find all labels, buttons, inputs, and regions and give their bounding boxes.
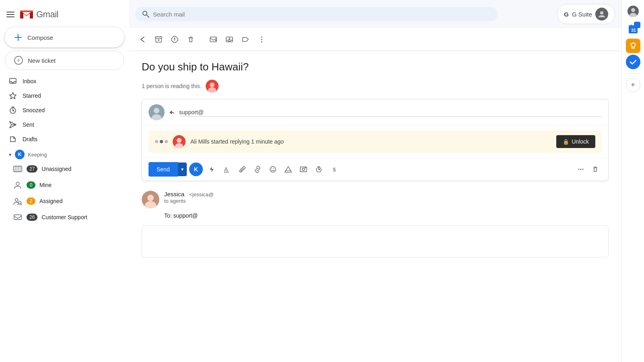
label-button[interactable]: [238, 32, 253, 47]
dollar-button[interactable]: $: [328, 163, 341, 176]
lock-icon: 🔒: [563, 139, 569, 145]
sidebar-item-inbox[interactable]: Inbox: [0, 74, 122, 88]
archive-button[interactable]: [151, 32, 166, 47]
search-input[interactable]: [153, 11, 491, 18]
sidebar-item-drafts[interactable]: Drafts: [0, 132, 122, 146]
keeping-section-header[interactable]: ▾ K Keeping: [0, 146, 129, 161]
dot-2: [160, 140, 163, 143]
svg-point-28: [261, 39, 262, 40]
svg-point-53: [578, 169, 580, 170]
topbar: G G Suite: [129, 0, 621, 28]
reply-to-input[interactable]: [179, 108, 602, 117]
send-button[interactable]: Send: [149, 162, 178, 177]
more-actions-button[interactable]: [254, 32, 269, 47]
svg-point-67: [631, 43, 635, 47]
customer-support-badge: 26: [27, 214, 37, 221]
timer-button[interactable]: [312, 163, 325, 176]
email-subject: Do you ship to Hawaii?: [142, 61, 609, 73]
svg-line-16: [147, 15, 149, 17]
dot-3: [165, 140, 168, 143]
checkmark-icon[interactable]: [626, 55, 640, 69]
sender-name: Jessica: [164, 191, 184, 197]
reading-text: 1 person is reading this.: [142, 83, 202, 89]
sidebar-item-customer-support[interactable]: 26 Customer Support: [0, 209, 129, 225]
sidebar-item-mine[interactable]: 0 Mine: [0, 177, 129, 193]
unlock-button[interactable]: 🔒 Unlock: [556, 135, 595, 148]
unassigned-badge: 27: [27, 165, 37, 173]
svg-point-34: [154, 108, 159, 113]
search-icon: [142, 10, 150, 18]
send-caret-button[interactable]: ▾: [178, 162, 187, 176]
unlock-text: Ali Mills started replying 1 minute ago: [190, 138, 551, 145]
right-sidebar: 31 +: [621, 0, 644, 362]
discard-button[interactable]: [589, 163, 602, 176]
compose-right-actions: [574, 163, 602, 176]
send-button-group: Send ▾: [149, 162, 187, 177]
sidebar-item-sent[interactable]: Sent: [0, 117, 122, 132]
svg-point-55: [582, 169, 584, 170]
svg-point-44: [273, 169, 274, 169]
drafts-label: Drafts: [23, 136, 115, 142]
back-button[interactable]: [135, 32, 150, 47]
reply-icon: [169, 109, 176, 116]
sidebar-item-starred[interactable]: Starred: [0, 88, 122, 103]
gmail-text-label: Gmail: [36, 9, 58, 20]
format-button[interactable]: A: [221, 163, 233, 176]
attach-button[interactable]: [236, 163, 249, 176]
message-header[interactable]: Jessica <jessica@ to agents: [142, 191, 609, 208]
email-content: Do you ship to Hawaii? 1 person is readi…: [129, 51, 621, 362]
bulb-icon[interactable]: [626, 39, 640, 53]
sent-label: Sent: [23, 121, 115, 128]
svg-marker-2: [10, 93, 16, 99]
typer-avatar: [173, 135, 186, 148]
svg-point-37: [177, 138, 182, 143]
keeping-send-button[interactable]: K: [189, 162, 203, 176]
dot-1: [155, 140, 158, 143]
drive-button[interactable]: [282, 163, 295, 176]
spam-button[interactable]: [167, 32, 182, 47]
hamburger-menu[interactable]: [6, 12, 14, 17]
compose-toolbar: Send ▾ K A: [142, 158, 608, 181]
unlock-banner: Ali Mills started replying 1 minute ago …: [149, 130, 602, 153]
message-container: Jessica <jessica@ to agents To: support@: [142, 191, 609, 219]
message-body: To: support@: [142, 212, 609, 219]
new-ticket-button[interactable]: + New ticket: [5, 51, 124, 70]
svg-rect-1: [10, 78, 16, 83]
keeping-label: Keeping: [28, 152, 47, 158]
svg-point-27: [261, 37, 262, 38]
svg-point-49: [302, 168, 305, 171]
calendar-icon[interactable]: 31: [625, 21, 641, 37]
photo-button[interactable]: [297, 163, 310, 176]
reply-container: Ali Mills started replying 1 minute ago …: [142, 99, 609, 181]
user-avatar: [595, 8, 608, 21]
more-compose-options[interactable]: [574, 163, 587, 176]
assigned-badge: 2: [27, 197, 35, 205]
move-to-inbox-button[interactable]: [222, 32, 237, 47]
delete-button[interactable]: [184, 32, 198, 47]
gmail-logo: Gmail: [19, 9, 58, 20]
gsuite-button[interactable]: G G Suite: [557, 4, 615, 24]
compose-plus-icon: [14, 33, 23, 42]
drafts-icon: [9, 135, 17, 143]
svg-rect-14: [14, 215, 21, 220]
mark-unread-button[interactable]: [206, 32, 221, 47]
right-avatar-icon[interactable]: [625, 3, 641, 19]
customer-support-label: Customer Support: [41, 214, 87, 220]
right-sidebar-divider: [627, 73, 640, 74]
flash-button[interactable]: [205, 163, 218, 176]
sidebar-item-unassigned[interactable]: 27 Unassigned: [0, 161, 129, 177]
reply-to-area: [169, 108, 602, 117]
new-ticket-label: New ticket: [28, 57, 56, 64]
gsuite-label: G Suite: [572, 11, 592, 18]
sidebar-item-snoozed[interactable]: Snoozed: [0, 103, 122, 117]
compose-label: Compose: [27, 34, 53, 41]
add-plugin-button[interactable]: +: [626, 78, 640, 92]
customer-support-icon: [13, 212, 23, 222]
inbox-label: Inbox: [23, 78, 115, 84]
link-button[interactable]: [251, 163, 264, 176]
sidebar-item-assigned[interactable]: 2 Assigned: [0, 193, 129, 209]
compose-button[interactable]: Compose: [5, 27, 124, 47]
emoji-button[interactable]: [266, 163, 279, 176]
calendar-badge: [634, 22, 640, 28]
sender-to: to agents: [164, 198, 609, 204]
